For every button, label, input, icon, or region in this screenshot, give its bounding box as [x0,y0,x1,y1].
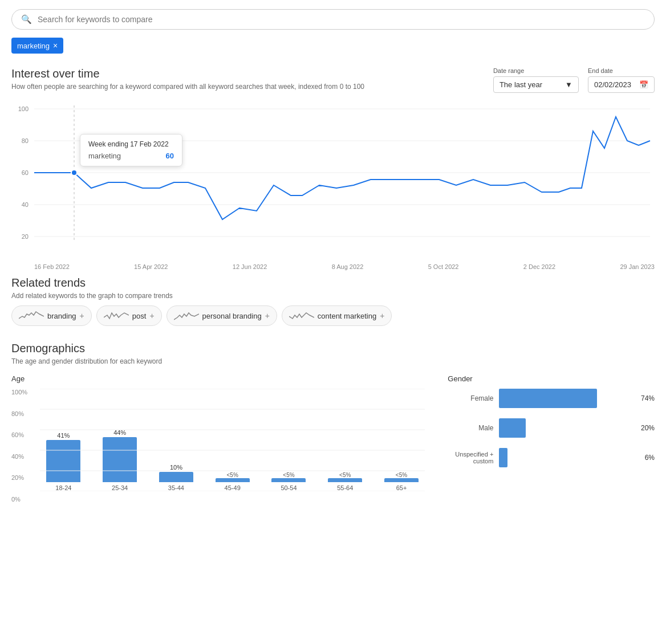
age-bar-label-45-49-bottom: 45-49 [225,484,241,491]
search-input[interactable] [38,15,645,24]
age-bar-label-50-54-bottom: 50-54 [281,484,297,491]
tooltip-keyword: marketing [88,152,121,160]
gender-row-male: Male 20% [448,418,655,438]
trend-mini-chart-post [104,309,129,322]
x-label-0: 16 Feb 2022 [34,263,70,270]
keyword-tag[interactable]: marketing × [11,38,63,54]
demographics-section: Demographics The age and gender distribu… [11,342,655,503]
gender-row-female: Female 74% [448,389,655,408]
gender-pct-male: 20% [641,424,655,432]
demo-charts-row: Age 100% 80% 60% 40% 20% 0% [11,374,655,503]
age-bar-50-54-bar [271,478,306,482]
gender-chart: Gender Female 74% Male [448,374,655,503]
interest-subtitle: How often people are searching for a key… [11,83,364,91]
gender-bar-female-container [499,389,632,408]
date-range-group: Date range The last year ▼ [493,67,579,93]
age-bar-55-64-bar [328,478,362,482]
date-range-value: The last year [500,80,542,89]
age-y-100: 100% [11,389,34,396]
date-range-select[interactable]: The last year ▼ [493,76,579,93]
gender-bar-unspecified-container [499,448,635,467]
tag-close-button[interactable]: × [53,41,58,50]
date-range-label: Date range [493,67,579,74]
gender-bar-male-container [499,418,632,438]
gender-pct-female: 74% [641,394,655,402]
search-bar[interactable]: 🔍 [11,9,655,30]
svg-text:20: 20 [22,233,29,240]
demographics-title: Demographics [11,342,655,355]
gender-bar-unspecified [499,448,507,467]
related-trends-title: Related trends [11,276,655,290]
trend-mini-chart-branding [19,309,44,322]
age-bar-65plus-bar [384,478,419,482]
svg-text:80: 80 [22,137,29,144]
interest-title: Interest over time [11,67,364,80]
interest-section-header: Interest over time How often people are … [11,67,655,93]
age-bar-label-55-64-bottom: 55-64 [337,484,353,491]
tooltip-date: Week ending 17 Feb 2022 [88,140,174,148]
trend-chip-post[interactable]: post + [96,305,162,326]
calendar-icon[interactable]: 📅 [639,80,648,89]
trend-chip-plus-branding[interactable]: + [80,311,84,320]
age-y-20: 20% [11,474,34,481]
trend-mini-chart-content-marketing [289,309,314,322]
x-label-2: 12 Jun 2022 [233,263,267,270]
end-date-input[interactable]: 02/02/2023 📅 [588,76,655,93]
trend-chip-content-marketing[interactable]: content marketing + [282,305,392,326]
x-label-1: 15 Apr 2022 [134,263,168,270]
gender-row-unspecified: Unspecified + custom 6% [448,448,655,467]
interest-section-info: Interest over time How often people are … [11,67,364,91]
tag-area: marketing × [11,38,655,54]
age-bar-label-65plus-bottom: 65+ [396,484,407,491]
gender-pct-unspecified: 6% [645,454,655,462]
age-bar-18-24-bar [46,440,80,482]
gender-label-female: Female [448,394,493,402]
age-bar-label-25-34-top: 44% [113,429,126,436]
svg-point-11 [71,170,77,176]
gender-bars: Female 74% Male 20% [448,389,655,467]
age-y-axis: 100% 80% 60% 40% 20% 0% [11,389,34,503]
age-bar-label-18-24-bottom: 18-24 [55,484,71,491]
end-date-group: End date 02/02/2023 📅 [588,67,655,93]
tag-label: marketing [17,42,50,50]
age-bar-label-18-24-top: 41% [57,432,70,439]
trend-chip-label-branding: branding [47,312,76,320]
chart-tooltip: Week ending 17 Feb 2022 marketing 60 [80,134,182,166]
age-bar-35-44: 10% 35-44 [153,389,200,491]
trend-chip-label-personal-branding: personal branding [202,312,262,320]
gender-label: Gender [448,374,655,383]
end-date-label: End date [588,67,655,74]
age-bar-55-64: <5% 55-64 [322,389,369,491]
age-bars-container: 100% 80% 60% 40% 20% 0% [11,389,425,503]
gender-label-unspecified: Unspecified + custom [448,451,493,464]
date-controls: Date range The last year ▼ End date 02/0… [493,67,655,93]
age-bar-25-34-bar [103,437,137,482]
trend-chip-plus-post[interactable]: + [149,311,154,320]
trend-chip-plus-content-marketing[interactable]: + [380,311,384,320]
chevron-down-icon: ▼ [565,80,572,89]
trend-chip-branding[interactable]: branding + [11,305,92,326]
age-bar-45-49: <5% 45-49 [209,389,256,491]
age-bar-18-24: 41% 18-24 [40,389,87,491]
trend-chip-personal-branding[interactable]: personal branding + [166,305,277,326]
age-bars-area: 41% 18-24 44% 25-34 [40,389,425,503]
gender-bar-female [499,389,597,408]
gender-bar-male [499,418,526,438]
svg-text:60: 60 [22,169,29,176]
x-label-6: 29 Jan 2023 [620,263,655,270]
age-bar-label-55-64-top: <5% [339,472,351,478]
line-chart-svg: 100 80 60 40 20 [11,100,655,259]
related-trends-subtitle: Add related keywords to the graph to com… [11,292,655,300]
age-bar-label-45-49-top: <5% [227,472,238,478]
age-y-0: 0% [11,496,34,503]
age-chart: Age 100% 80% 60% 40% 20% 0% [11,374,425,503]
trend-chip-plus-personal-branding[interactable]: + [265,311,270,320]
gender-label-male: Male [448,424,493,432]
age-bar-label-25-34-bottom: 25-34 [112,484,128,491]
age-bar-label-35-44-bottom: 35-44 [168,484,184,491]
age-bar-50-54: <5% 50-54 [265,389,312,491]
search-icon: 🔍 [21,14,32,25]
age-bars-row: 41% 18-24 44% 25-34 [40,389,425,491]
age-bar-25-34: 44% 25-34 [96,389,144,491]
trend-mini-chart-personal-branding [174,309,199,322]
